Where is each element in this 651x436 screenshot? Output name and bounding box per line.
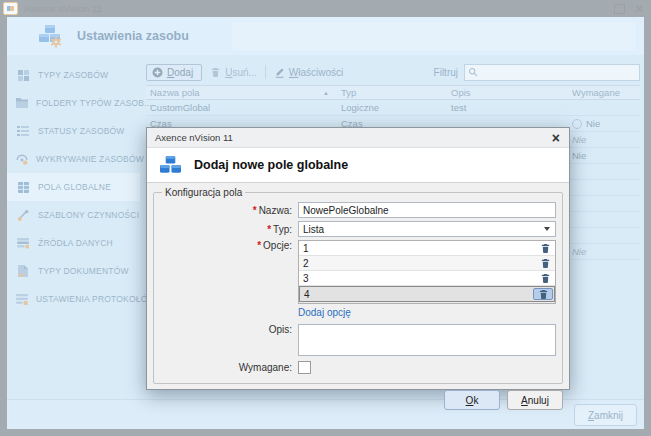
field-configuration-group: Konfiguracja pola *Nazwa: *Typ: Lista bbox=[153, 187, 563, 384]
option-value: 4 bbox=[300, 289, 533, 300]
cancel-button-label: Anuluj bbox=[521, 395, 549, 406]
type-dropdown[interactable]: Lista bbox=[298, 221, 556, 237]
add-option-row: Dodaj opcję bbox=[298, 307, 556, 318]
required-checkbox[interactable] bbox=[298, 361, 311, 374]
dialog-titlebar: Axence nVision 11 × bbox=[147, 128, 569, 148]
options-empty-area bbox=[299, 302, 555, 303]
cubes-icon bbox=[159, 155, 182, 176]
option-row[interactable]: 3 bbox=[299, 271, 555, 286]
required-marker: * bbox=[253, 205, 257, 216]
type-label: Typ: bbox=[273, 224, 292, 235]
option-value: 3 bbox=[299, 273, 535, 284]
dialog-header: Dodaj nowe pole globalne bbox=[147, 148, 569, 183]
ok-button[interactable]: Ok bbox=[444, 390, 500, 410]
cancel-button[interactable]: Anuluj bbox=[507, 390, 563, 410]
chevron-down-icon bbox=[544, 227, 550, 231]
option-row[interactable]: 1 bbox=[299, 241, 555, 256]
ok-button-label: Ok bbox=[466, 395, 479, 406]
required-row: Wymagane: bbox=[160, 361, 556, 374]
option-row[interactable]: 4 bbox=[299, 286, 555, 302]
description-label: Opis: bbox=[269, 324, 292, 335]
option-value: 1 bbox=[299, 243, 535, 254]
description-textarea[interactable] bbox=[298, 324, 556, 356]
option-row[interactable]: 2 bbox=[299, 256, 555, 271]
close-icon[interactable]: × bbox=[552, 131, 560, 145]
add-option-link[interactable]: Dodaj opcję bbox=[298, 307, 351, 318]
trash-icon[interactable] bbox=[535, 272, 555, 285]
options-label: Opcje: bbox=[263, 240, 292, 251]
trash-icon[interactable] bbox=[535, 242, 555, 255]
dialog-heading: Dodaj nowe pole globalne bbox=[194, 158, 348, 172]
add-global-field-dialog: Axence nVision 11 × Dodaj nowe pole glob… bbox=[146, 127, 570, 390]
trash-icon[interactable] bbox=[533, 288, 553, 300]
dialog-title: Axence nVision 11 bbox=[155, 132, 233, 143]
options-list: 1234 bbox=[298, 240, 556, 304]
description-row: Opis: bbox=[160, 324, 556, 358]
required-label: Wymagane: bbox=[239, 362, 292, 373]
name-input[interactable] bbox=[298, 202, 556, 218]
required-marker: * bbox=[267, 224, 271, 235]
name-label: Nazwa: bbox=[259, 205, 292, 216]
type-dropdown-value: Lista bbox=[303, 224, 324, 235]
name-row: *Nazwa: bbox=[160, 202, 556, 218]
dialog-buttons: Ok Anuluj bbox=[153, 390, 563, 410]
required-marker: * bbox=[257, 240, 261, 251]
options-row: *Opcje: 1234 bbox=[160, 240, 556, 304]
type-row: *Typ: Lista bbox=[160, 221, 556, 237]
group-label: Konfiguracja pola bbox=[162, 187, 245, 198]
screen: Axence nVision 11 × bbox=[0, 0, 651, 436]
dialog-body: Konfiguracja pola *Nazwa: *Typ: Lista bbox=[147, 181, 569, 389]
trash-icon[interactable] bbox=[535, 257, 555, 270]
option-value: 2 bbox=[299, 258, 535, 269]
